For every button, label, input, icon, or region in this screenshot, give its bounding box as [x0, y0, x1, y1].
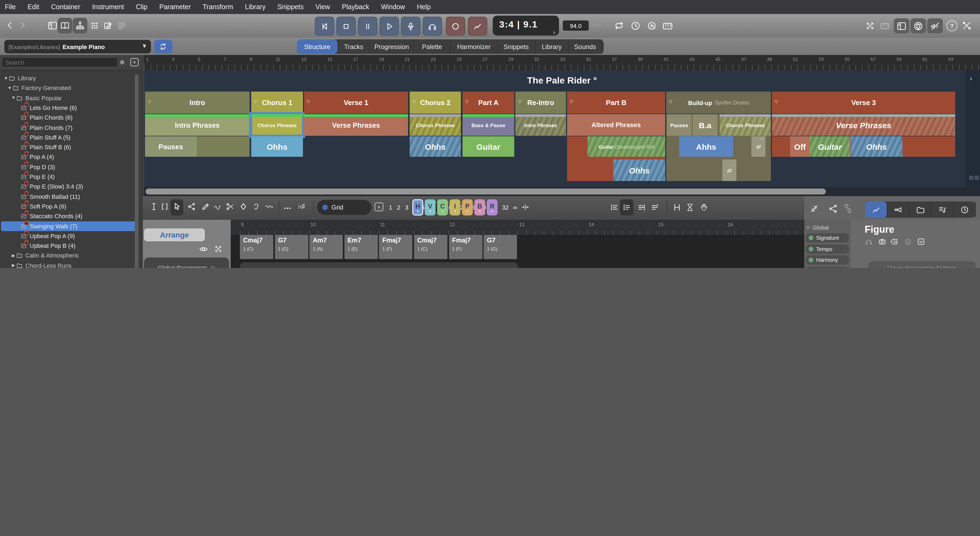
param-letter-R[interactable]: R∨	[487, 199, 498, 216]
param-letter-B[interactable]: B∨	[474, 199, 485, 216]
search-input[interactable]	[2, 57, 118, 67]
snap-icon[interactable]	[521, 203, 530, 212]
tree-view-icon[interactable]	[75, 21, 85, 31]
clip-pauses[interactable]: Pauses	[667, 114, 692, 136]
tree-item-basic-popular[interactable]: ▼Basic Popular	[1, 93, 136, 103]
tab-sounds[interactable]: Sounds	[569, 39, 602, 54]
clip-chorus-phrases[interactable]: Chorus Phrases	[720, 114, 771, 136]
section-header-intro[interactable]: ▽Intro	[145, 92, 250, 114]
arrangement-ruler[interactable]: 1357911131517192123252729313335373941434…	[144, 55, 980, 71]
tree-item-library[interactable]: ▼Library	[1, 73, 136, 83]
nav-back-icon[interactable]	[5, 21, 15, 30]
hand-tool-icon[interactable]	[699, 203, 709, 212]
section-header-re-intro[interactable]: ▽Re-Intro	[515, 92, 566, 114]
sync-button[interactable]	[154, 40, 172, 53]
grid-division-∞[interactable]: ∞	[512, 203, 519, 212]
clip-guitar[interactable]: Guitar	[463, 136, 514, 157]
menu-item-window[interactable]: Window	[381, 3, 405, 11]
clip-guitar[interactable]: Guitar	[810, 136, 850, 157]
chord-cmaj7-5[interactable]: Cmaj71 (C)	[414, 235, 447, 259]
tool-draw-icon[interactable]	[201, 202, 210, 211]
tree-item-swinging-walk-7-[interactable]: Swinging Walk (7)	[1, 221, 136, 231]
tool-node-icon[interactable]	[187, 202, 196, 211]
tree-expanded-arrow-icon[interactable]: ▼	[11, 95, 16, 100]
clip-verse-phrases[interactable]: Verse Phrases	[304, 114, 408, 136]
layers-icon[interactable]	[904, 238, 912, 246]
chord-cmaj7-0[interactable]: Cmaj71 (C)	[240, 235, 273, 259]
tree-collapsed-arrow-icon[interactable]: ▶	[11, 253, 16, 258]
grid-division-1[interactable]: 1	[387, 203, 394, 212]
preset-dropdown[interactable]: [Examples/Libraries]Example Piano∨	[4, 40, 151, 53]
section-chevron-icon[interactable]: ▽	[518, 99, 521, 104]
tree-scrollbar-thumb[interactable]	[135, 75, 138, 268]
section-chevron-icon[interactable]: ▽	[570, 99, 573, 104]
structure-scrollbar-thumb[interactable]	[146, 189, 826, 195]
menu-item-instrument[interactable]: Instrument	[92, 3, 124, 11]
audition-figure-icon[interactable]	[865, 238, 873, 246]
edit-mode-icon[interactable]	[103, 21, 113, 31]
param-letter-H[interactable]: H∨	[412, 199, 423, 216]
section-header-part-b[interactable]: ▽Part B	[567, 92, 665, 114]
tab-palette[interactable]: Palette	[414, 39, 451, 54]
chord-g7-7[interactable]: G71 (G)	[484, 235, 517, 259]
transport-stop-button[interactable]	[336, 17, 356, 36]
tree-item-factory-generated[interactable]: ▼Factory Generated	[1, 83, 136, 93]
param-letter-C[interactable]: C∨	[437, 199, 448, 216]
tree-item-pop-e-4-[interactable]: Pop E (4)	[1, 172, 136, 182]
clip-empty[interactable]	[197, 136, 250, 157]
tool-select-icon[interactable]	[172, 202, 182, 211]
loop-playback-icon[interactable]	[613, 20, 625, 31]
transport-record-midi-button[interactable]	[401, 17, 420, 36]
menu-item-view[interactable]: View	[316, 3, 330, 11]
scroll-right-icon[interactable]: ›	[970, 75, 972, 82]
time-stretch-icon[interactable]	[685, 203, 695, 212]
transport-monitor-button[interactable]	[423, 17, 442, 36]
section-chevron-icon[interactable]: ▽	[148, 99, 151, 104]
time-signature-display[interactable]: 3:4 | 9.1∨	[493, 16, 559, 36]
inspector-tab-instrument-view[interactable]	[887, 201, 909, 218]
clip-bass-pause[interactable]: Bass & Pause	[463, 114, 514, 136]
section-header-verse-3[interactable]: ▽Verse 3	[772, 92, 955, 114]
grid-dropdown[interactable]: Grid	[317, 200, 371, 215]
clip-chorus-phrases[interactable]: Chorus Phrases	[251, 114, 303, 136]
transport-record-button[interactable]	[446, 17, 465, 36]
section-header-chorus-1[interactable]: ▽Chorus 1	[251, 92, 303, 114]
nav-forward-icon[interactable]	[17, 21, 27, 30]
grid-division-32[interactable]: 32	[500, 203, 511, 212]
tool-split-icon[interactable]	[225, 202, 234, 211]
menu-item-file[interactable]: File	[5, 3, 16, 11]
confirm-icon[interactable]	[917, 238, 925, 246]
tool-curve-icon[interactable]	[265, 202, 274, 211]
clip-altered-phrases[interactable]: Altered Phrases	[567, 114, 665, 136]
tree-item-smooth-ballad-11-[interactable]: Smooth Ballad (11)	[1, 192, 136, 201]
param-letter-I[interactable]: I∨	[450, 199, 460, 216]
clip-pauses[interactable]: Pauses	[145, 136, 197, 157]
mini-scroll-button2[interactable]	[975, 176, 979, 180]
section-header-part-a[interactable]: ▽Part A	[463, 92, 514, 114]
rack-panel-icon[interactable]	[896, 21, 907, 31]
inspector-tab-phrase-view[interactable]	[931, 201, 954, 218]
sidebar-toggle-icon[interactable]	[48, 21, 58, 31]
menu-item-transform[interactable]: Transform	[203, 3, 233, 11]
param-group-global[interactable]: ▽Global	[807, 224, 829, 231]
tree-item-pop-e-slow-3-4-3-[interactable]: Pop E (Slow) 3:4 (3)	[1, 182, 136, 192]
transport-skip-start-button[interactable]	[315, 17, 334, 36]
tree-expanded-arrow-icon[interactable]: ▼	[7, 86, 13, 90]
clip-ohhs[interactable]: Ohhs	[613, 159, 665, 181]
clip-ohhs[interactable]: Ohhs	[251, 136, 303, 157]
fullscreen-icon[interactable]	[865, 21, 875, 31]
align2-icon[interactable]	[622, 203, 632, 212]
clip-ohhs[interactable]: Ohhs	[851, 136, 902, 157]
tree-item-upbeat-pop-b-4-[interactable]: Upbeat Pop B (4)	[1, 241, 136, 251]
structure-canvas[interactable]: The Pale Rider °›▽IntroIntro PhrasesPaus…	[144, 70, 980, 187]
section-chevron-icon[interactable]: ▽	[669, 99, 672, 104]
phrase-editor[interactable]: 910111213141516Cmaj71 (C)G71 (G)Am71 (A)…	[231, 220, 804, 268]
accidentals-icon[interactable]: ♭♯	[298, 202, 305, 210]
param-tempo[interactable]: Tempo	[806, 244, 849, 254]
footsteps-icon[interactable]	[843, 203, 853, 214]
param-harmony[interactable]: Harmony	[806, 255, 849, 265]
chord-am7-2[interactable]: Am71 (A)	[309, 235, 343, 259]
grid-division-2[interactable]: 2	[395, 203, 402, 212]
param-signature[interactable]: Signature	[806, 233, 849, 243]
tree-item-soft-pop-a-6-[interactable]: Soft Pop A (6)	[1, 201, 136, 211]
